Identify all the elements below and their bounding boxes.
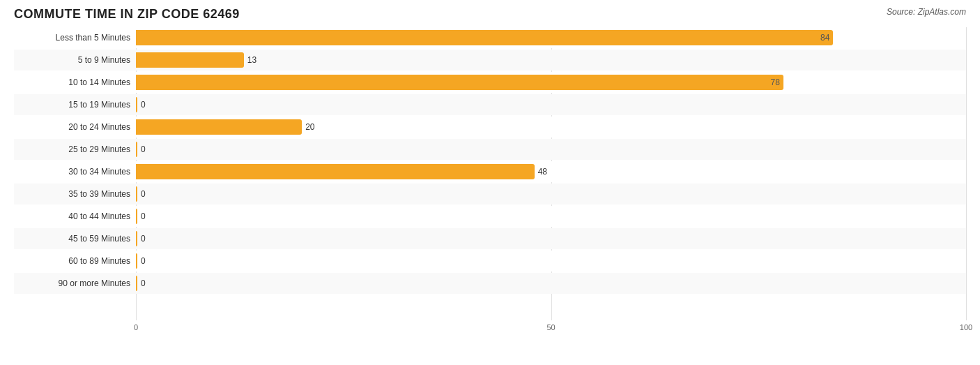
bar-label: 30 to 34 Minutes xyxy=(14,167,136,177)
bar-value: 0 xyxy=(141,278,146,288)
bar-fill xyxy=(136,52,244,68)
bar-fill xyxy=(136,186,137,202)
bar-row: 20 to 24 Minutes20 xyxy=(14,117,966,137)
grid-line xyxy=(966,27,967,320)
bar-label: 5 to 9 Minutes xyxy=(14,55,136,65)
bar-row: 40 to 44 Minutes0 xyxy=(14,206,966,227)
bar-row: 90 or more Minutes0 xyxy=(14,273,966,294)
bar-row: 25 to 29 Minutes0 xyxy=(14,139,966,160)
bar-row: 45 to 59 Minutes0 xyxy=(14,228,966,249)
bar-fill xyxy=(136,276,137,291)
bar-label: 10 to 14 Minutes xyxy=(14,77,136,87)
bar-value: 0 xyxy=(141,234,146,244)
bar-value: 13 xyxy=(247,55,257,65)
bar-track: 13 xyxy=(136,52,966,68)
x-tick: 0 xyxy=(134,323,138,332)
bar-value: 48 xyxy=(538,167,547,177)
bar-row: 15 to 19 Minutes0 xyxy=(14,94,966,115)
bar-value: 0 xyxy=(141,100,146,110)
bar-value: 0 xyxy=(141,144,146,154)
bar-row: 5 to 9 Minutes13 xyxy=(14,50,966,70)
bar-label: 40 to 44 Minutes xyxy=(14,211,136,221)
bar-track: 0 xyxy=(136,253,966,269)
bar-fill xyxy=(136,253,137,269)
bar-row: Less than 5 Minutes84 xyxy=(14,27,966,48)
bar-label: 25 to 29 Minutes xyxy=(14,144,136,154)
bars-area: Less than 5 Minutes845 to 9 Minutes1310 … xyxy=(14,27,966,320)
bar-label: 45 to 59 Minutes xyxy=(14,234,136,244)
bar-value: 0 xyxy=(141,211,146,221)
bar-label: 90 or more Minutes xyxy=(14,278,136,288)
bar-track: 78 xyxy=(136,75,966,90)
bar-track: 84 xyxy=(136,30,966,45)
bar-row: 10 to 14 Minutes78 xyxy=(14,72,966,93)
bar-row: 35 to 39 Minutes0 xyxy=(14,184,966,204)
bar-value: 0 xyxy=(141,189,146,199)
bar-fill xyxy=(136,209,137,224)
bar-track: 0 xyxy=(136,231,966,246)
bar-label: 60 to 89 Minutes xyxy=(14,256,136,266)
bar-track: 0 xyxy=(136,186,966,202)
bar-fill: 84 xyxy=(136,30,833,45)
bar-track: 48 xyxy=(136,164,966,179)
bar-fill xyxy=(136,164,535,179)
bar-value: 20 xyxy=(305,122,314,132)
bar-fill xyxy=(136,231,137,246)
chart-container: COMMUTE TIME IN ZIP CODE 62469 Source: Z… xyxy=(0,0,980,365)
chart-header: COMMUTE TIME IN ZIP CODE 62469 Source: Z… xyxy=(14,7,966,22)
x-tick: 100 xyxy=(960,323,972,332)
bar-track: 0 xyxy=(136,209,966,224)
bar-label: 15 to 19 Minutes xyxy=(14,100,136,110)
bar-row: 60 to 89 Minutes0 xyxy=(14,251,966,271)
bar-fill xyxy=(136,97,137,112)
bar-value: 84 xyxy=(820,33,829,43)
bar-value: 0 xyxy=(141,256,146,266)
x-axis: 050100 xyxy=(136,323,966,337)
bar-fill xyxy=(136,119,302,135)
bar-row: 30 to 34 Minutes48 xyxy=(14,161,966,182)
bar-fill: 78 xyxy=(136,75,783,90)
bar-fill xyxy=(136,142,137,157)
bar-label: 20 to 24 Minutes xyxy=(14,122,136,132)
bar-track: 20 xyxy=(136,119,966,135)
bar-track: 0 xyxy=(136,97,966,112)
bar-track: 0 xyxy=(136,276,966,291)
x-tick: 50 xyxy=(546,323,555,332)
chart-title: COMMUTE TIME IN ZIP CODE 62469 xyxy=(14,7,240,22)
bar-label: Less than 5 Minutes xyxy=(14,33,136,43)
bar-label: 35 to 39 Minutes xyxy=(14,189,136,199)
bar-track: 0 xyxy=(136,142,966,157)
chart-source: Source: ZipAtlas.com xyxy=(887,7,966,17)
bar-value: 78 xyxy=(771,77,780,87)
